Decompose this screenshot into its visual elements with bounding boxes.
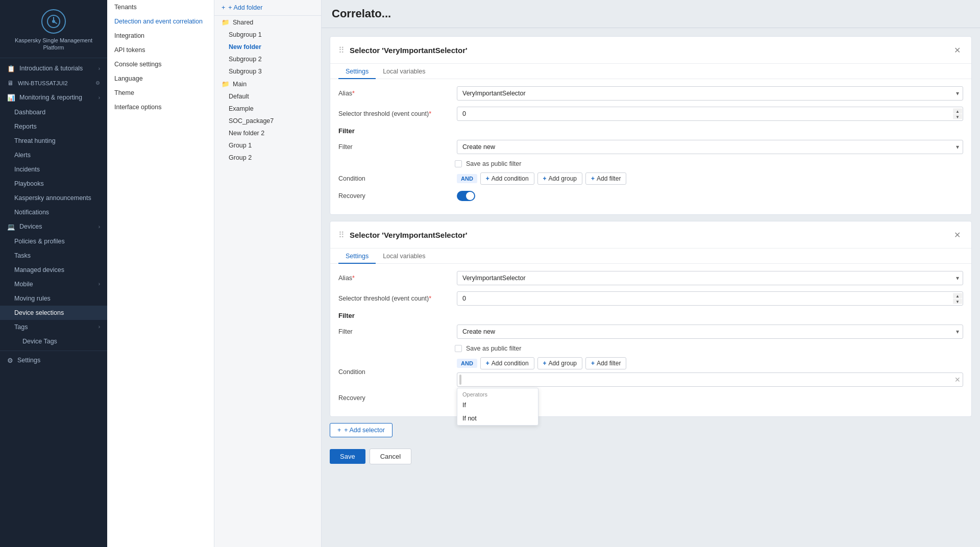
- sidebar-item-monitoring[interactable]: 📊 Monitoring & reporting ›: [0, 90, 107, 105]
- folder-new2-label: New folder 2: [229, 130, 264, 137]
- settings-detection[interactable]: Detection and event correlation: [107, 14, 214, 29]
- settings-interface[interactable]: Interface options: [107, 100, 214, 114]
- add-group-button-1[interactable]: + Add group: [537, 172, 582, 185]
- filter-select-1[interactable]: Create new: [457, 140, 963, 154]
- settings-api-tokens[interactable]: API tokens: [107, 43, 214, 57]
- sidebar-item-intro[interactable]: 📋 Introduction & tutorials ›: [0, 61, 107, 76]
- sidebar-item-mobile[interactable]: Mobile ›: [0, 277, 107, 291]
- threshold-input-1[interactable]: [457, 107, 963, 121]
- folder-subgroup3[interactable]: Subgroup 3: [214, 65, 321, 78]
- sidebar-label-device: WIN-BTUSSATJUI2: [18, 80, 68, 86]
- drag-handle-2[interactable]: ⠿: [338, 230, 345, 240]
- drag-handle-1[interactable]: ⠿: [338, 45, 345, 55]
- add-filter-button-1[interactable]: + Add filter: [585, 172, 626, 185]
- sidebar-item-moving-rules[interactable]: Moving rules: [0, 291, 107, 306]
- add-condition-button-1[interactable]: + Add condition: [480, 172, 534, 185]
- svg-point-1: [52, 20, 55, 23]
- cancel-button[interactable]: Cancel: [370, 449, 411, 464]
- alias-select-1[interactable]: VeryImportantSelector: [457, 86, 963, 101]
- add-condition-button-2[interactable]: + Add condition: [480, 357, 534, 369]
- sidebar-item-alerts[interactable]: Alerts: [0, 148, 107, 162]
- alias-select-2[interactable]: VeryImportantSelector: [457, 271, 963, 285]
- sidebar-item-device-selections[interactable]: Device selections: [0, 306, 107, 320]
- selector-title-1: Selector 'VeryImportantSelector': [350, 46, 946, 55]
- save-public-checkbox-2[interactable]: [455, 345, 462, 352]
- folder-shared-label: Shared: [233, 19, 253, 26]
- add-folder-button[interactable]: + + Add folder: [214, 0, 321, 16]
- sidebar-label-monitoring: Monitoring & reporting: [19, 94, 82, 101]
- folder-shared[interactable]: 📁 Shared: [214, 16, 321, 29]
- sidebar-item-policies[interactable]: Policies & profiles: [0, 234, 107, 248]
- logo-circle: [41, 9, 66, 34]
- save-button[interactable]: Save: [330, 449, 365, 464]
- settings-language[interactable]: Language: [107, 71, 214, 86]
- plus-icon: +: [222, 4, 225, 11]
- close-selector-2-button[interactable]: ✕: [951, 229, 963, 241]
- condition-input-close-button[interactable]: ✕: [954, 376, 961, 384]
- settings-panel: Tenants Detection and event correlation …: [107, 0, 214, 547]
- sidebar-label-ann: Kaspersky announcements: [14, 194, 91, 202]
- spinner-up-2[interactable]: ▲: [953, 293, 962, 299]
- operator-if-option[interactable]: If: [457, 399, 538, 412]
- operator-if-not-option[interactable]: If not: [457, 412, 538, 425]
- sidebar-label-settings: Settings: [17, 357, 40, 364]
- condition-label-2: Condition: [338, 368, 451, 376]
- condition-text-input-2[interactable]: [464, 374, 952, 385]
- app-logo: Kaspersky Single Management Platform: [0, 0, 107, 58]
- tab-local-vars-1[interactable]: Local variables: [376, 64, 432, 79]
- folder-subgroup2[interactable]: Subgroup 2: [214, 53, 321, 65]
- folder-new-folder[interactable]: New folder: [214, 41, 321, 53]
- folder-main[interactable]: 📁 Main: [214, 78, 321, 90]
- sidebar-item-devices[interactable]: 💻 Devices ›: [0, 219, 107, 234]
- spinner-down-2[interactable]: ▼: [953, 299, 962, 304]
- save-public-checkbox-1[interactable]: [455, 160, 462, 167]
- sidebar-item-threat-hunting[interactable]: Threat hunting: [0, 134, 107, 148]
- sidebar-item-managed[interactable]: Managed devices: [0, 263, 107, 277]
- threshold-input-2[interactable]: [457, 291, 963, 306]
- sidebar-item-notifications[interactable]: Notifications: [0, 205, 107, 219]
- filter-select-2[interactable]: Create new: [457, 325, 963, 339]
- and-badge-1[interactable]: AND: [457, 174, 477, 183]
- settings-theme[interactable]: Theme: [107, 86, 214, 100]
- plus-selector-icon: +: [337, 427, 341, 434]
- add-selector-button[interactable]: + + Add selector: [330, 423, 393, 437]
- folder-subgroup1[interactable]: Subgroup 1: [214, 29, 321, 41]
- folder-example-label: Example: [229, 105, 254, 112]
- sidebar-item-playbooks[interactable]: Playbooks: [0, 177, 107, 191]
- add-group-button-2[interactable]: + Add group: [537, 357, 582, 369]
- sidebar-label-threat: Threat hunting: [14, 137, 56, 144]
- sidebar-item-reports[interactable]: Reports: [0, 119, 107, 134]
- add-filter-button-2[interactable]: + Add filter: [585, 357, 626, 369]
- settings-integration[interactable]: Integration: [107, 29, 214, 43]
- sidebar-item-device-tags[interactable]: Device Tags: [0, 334, 107, 349]
- folder-group1[interactable]: Group 1: [214, 139, 321, 152]
- sidebar-item-device[interactable]: 🖥 WIN-BTUSSATJUI2 ⚙: [0, 76, 107, 90]
- recovery-toggle-1[interactable]: [457, 191, 475, 201]
- threshold-label-1: Selector threshold (event count)*: [338, 110, 451, 117]
- folder-group2[interactable]: Group 2: [214, 152, 321, 164]
- selector-form-2: Alias* VeryImportantSelector ▾ Selector …: [330, 264, 971, 416]
- close-selector-1-button[interactable]: ✕: [951, 44, 963, 56]
- tab-settings-1[interactable]: Settings: [338, 64, 376, 79]
- folder-new2[interactable]: New folder 2: [214, 127, 321, 139]
- folder-default[interactable]: Default: [214, 90, 321, 103]
- save-public-label-2: Save as public filter: [466, 345, 521, 352]
- sidebar-item-tasks[interactable]: Tasks: [0, 248, 107, 263]
- sidebar-item-tags[interactable]: Tags ›: [0, 320, 107, 334]
- tab-settings-2[interactable]: Settings: [338, 248, 376, 264]
- sidebar-label-selections: Device selections: [14, 309, 64, 316]
- sidebar-item-kaspersky-ann[interactable]: Kaspersky announcements: [0, 191, 107, 205]
- spinner-down-1[interactable]: ▼: [953, 114, 962, 119]
- sidebar-item-incidents[interactable]: Incidents: [0, 162, 107, 177]
- settings-tenants[interactable]: Tenants: [107, 0, 214, 14]
- settings-console[interactable]: Console settings: [107, 57, 214, 71]
- folder-soc[interactable]: SOC_package7: [214, 115, 321, 127]
- main-content: Correlato... ⠿ Selector 'VeryImportantSe…: [322, 0, 980, 547]
- and-badge-2[interactable]: AND: [457, 359, 477, 368]
- spinner-up-1[interactable]: ▲: [953, 109, 962, 114]
- sidebar-item-settings[interactable]: ⚙ Settings: [0, 353, 107, 368]
- sidebar-item-dashboard[interactable]: Dashboard: [0, 105, 107, 119]
- tab-local-vars-2[interactable]: Local variables: [376, 248, 432, 264]
- folder-group2-label: Group 2: [229, 154, 252, 161]
- folder-example[interactable]: Example: [214, 103, 321, 115]
